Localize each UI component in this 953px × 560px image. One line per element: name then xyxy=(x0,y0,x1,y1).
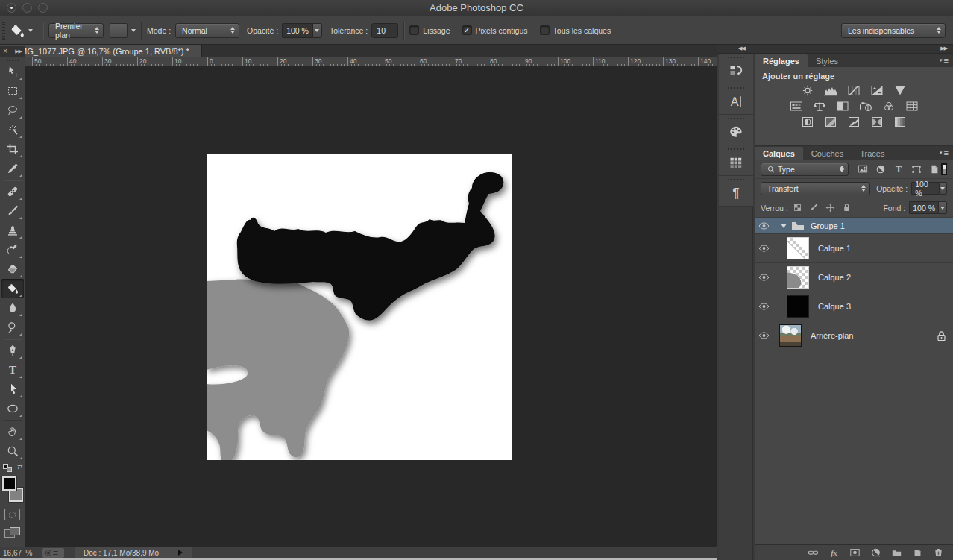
layer-thumbnail[interactable] xyxy=(787,237,809,259)
filter-type-dropdown[interactable]: Type xyxy=(761,163,849,176)
disclosure-triangle-icon[interactable] xyxy=(781,224,787,228)
lissage-checkbox[interactable]: Lissage xyxy=(409,25,450,35)
opacity-value[interactable]: 100 % xyxy=(282,23,312,38)
status-menu-arrow-icon[interactable] xyxy=(178,550,183,556)
healing-tool[interactable] xyxy=(1,182,24,201)
shape-ellipse-tool[interactable] xyxy=(1,399,24,418)
lasso-tool[interactable] xyxy=(1,101,24,120)
eyedropper-tool[interactable] xyxy=(1,159,24,178)
delete-layer-button[interactable] xyxy=(933,547,944,558)
layer-thumbnail[interactable] xyxy=(787,295,809,318)
layer-fill-value[interactable]: 100 % xyxy=(909,201,938,214)
eraser-tool[interactable] xyxy=(1,259,24,279)
document-tab[interactable]: × IMG_1077.JPG @ 16,7% (Groupe 1, RVB/8*… xyxy=(0,45,202,57)
history-brush-tool[interactable] xyxy=(1,240,24,259)
collapse-right-icon[interactable]: ▶▶ xyxy=(940,45,947,51)
blend-mode-dropdown[interactable]: Normal xyxy=(175,23,239,38)
path-select-tool[interactable] xyxy=(1,380,24,399)
zoom-level-field[interactable]: 16,67 % xyxy=(3,549,33,557)
clone-stamp-tool[interactable] xyxy=(1,221,24,240)
picture-filter-button[interactable] xyxy=(858,164,868,174)
tous-les-calques-checkbox[interactable]: Tous les calques xyxy=(540,25,611,35)
tab-traces[interactable]: Tracés xyxy=(852,147,893,160)
history-panel-button[interactable] xyxy=(719,54,753,84)
tab-reglages[interactable]: Réglages xyxy=(755,54,808,67)
opacity-dropdown-button[interactable] xyxy=(312,23,322,38)
tab-styles[interactable]: Styles xyxy=(808,54,846,67)
posterize-adjustment-button[interactable] xyxy=(823,116,839,128)
panel-menu-icon[interactable]: ▼≡ xyxy=(939,148,949,157)
layer-opacity-dropdown-button[interactable] xyxy=(939,182,947,195)
color-balance-adjustment-button[interactable] xyxy=(811,100,828,113)
marquee-tool[interactable] xyxy=(1,81,24,101)
lock-pixels-button[interactable] xyxy=(809,203,819,213)
tab-calques[interactable]: Calques xyxy=(755,147,803,160)
move-tool[interactable] xyxy=(1,62,24,81)
layer-row-group[interactable]: Groupe 1 xyxy=(755,218,953,234)
layer-effects-button[interactable]: fx xyxy=(828,547,840,558)
pen-tool[interactable] xyxy=(1,341,24,360)
type-tool[interactable]: T xyxy=(1,360,24,380)
levels-adjustment-button[interactable] xyxy=(823,84,839,97)
color-lookup-adjustment-button[interactable] xyxy=(904,100,920,113)
magic-wand-tool[interactable] xyxy=(1,120,24,139)
new-layer-button[interactable] xyxy=(912,547,923,558)
new-group-button[interactable] xyxy=(891,547,902,558)
workspace-dropdown[interactable]: Les indispensables xyxy=(841,23,946,38)
adjustment-filter-button[interactable] xyxy=(875,164,886,174)
swatches-panel-button[interactable] xyxy=(719,145,753,176)
vibrance-adjustment-button[interactable] xyxy=(892,84,908,97)
layer-fill-dropdown-button[interactable] xyxy=(938,201,947,214)
black-white-adjustment-button[interactable] xyxy=(834,100,851,113)
paragraph-panel-button[interactable]: ¶ xyxy=(719,176,753,207)
layer-opacity-value[interactable]: 100 % xyxy=(911,182,939,195)
tolerance-input[interactable]: 10 xyxy=(371,23,398,38)
layer-row[interactable]: Calque 1 xyxy=(755,234,953,263)
threshold-adjustment-button[interactable] xyxy=(846,116,862,128)
expand-icon[interactable]: ▶▶ xyxy=(15,48,22,54)
canvas-area[interactable] xyxy=(25,67,717,547)
layer-thumbnail[interactable] xyxy=(787,266,809,289)
document-canvas[interactable] xyxy=(207,154,512,460)
default-swap-colors[interactable]: ⇄ xyxy=(2,464,23,474)
layer-thumbnail[interactable] xyxy=(779,324,802,347)
brightness-adjustment-button[interactable] xyxy=(799,84,816,97)
swap-colors-icon[interactable]: ⇄ xyxy=(17,464,23,471)
fill-source-dropdown[interactable]: Premier plan xyxy=(48,23,104,38)
shape-filter-button[interactable] xyxy=(911,164,922,174)
lock-position-button[interactable] xyxy=(825,203,835,213)
paint-bucket-tool[interactable] xyxy=(1,279,24,298)
layer-row[interactable]: Calque 3 xyxy=(755,292,953,321)
color-panel-button[interactable] xyxy=(719,115,753,145)
invert-adjustment-button[interactable] xyxy=(799,116,816,128)
hand-tool[interactable] xyxy=(1,422,24,441)
layer-visibility-toggle[interactable] xyxy=(755,263,773,292)
brush-tool[interactable] xyxy=(1,201,24,221)
crop-tool[interactable] xyxy=(1,139,24,159)
layer-visibility-toggle[interactable] xyxy=(755,321,773,350)
tool-preset-picker[interactable] xyxy=(10,23,33,38)
chevron-down-icon[interactable] xyxy=(131,29,136,32)
link-layers-button[interactable] xyxy=(808,547,819,558)
drag-grip[interactable] xyxy=(7,60,19,61)
document-info[interactable]: Doc : 17,1 Mo/38,9 Mo xyxy=(75,547,192,559)
zoom-tool[interactable] xyxy=(1,441,24,461)
type-filter-button[interactable]: T xyxy=(893,164,904,174)
dodge-tool[interactable] xyxy=(1,318,24,337)
new-adjustment-button[interactable] xyxy=(870,547,881,558)
character-panel-button[interactable]: A xyxy=(719,84,753,115)
hue-saturation-adjustment-button[interactable] xyxy=(788,100,805,113)
layer-visibility-toggle[interactable] xyxy=(755,218,773,233)
gradient-map-adjustment-button[interactable] xyxy=(892,116,908,128)
tools-palette-header[interactable]: × ▶▶ xyxy=(0,46,25,57)
layer-row[interactable]: Calque 2 xyxy=(755,263,953,292)
lock-transparency-button[interactable] xyxy=(793,203,802,213)
foreground-color-swatch[interactable] xyxy=(2,476,16,491)
collapse-left-icon[interactable]: ◀◀ xyxy=(738,45,745,51)
layer-blend-dropdown[interactable]: Transfert xyxy=(761,182,870,195)
panel-menu-icon[interactable]: ▼≡ xyxy=(939,56,949,65)
screen-mode-button[interactable] xyxy=(4,527,20,539)
layer-row[interactable]: Arrière-plan xyxy=(755,321,953,350)
layer-visibility-toggle[interactable] xyxy=(755,292,773,321)
pixels-contigus-checkbox[interactable]: ✓Pixels contigus xyxy=(462,25,528,35)
